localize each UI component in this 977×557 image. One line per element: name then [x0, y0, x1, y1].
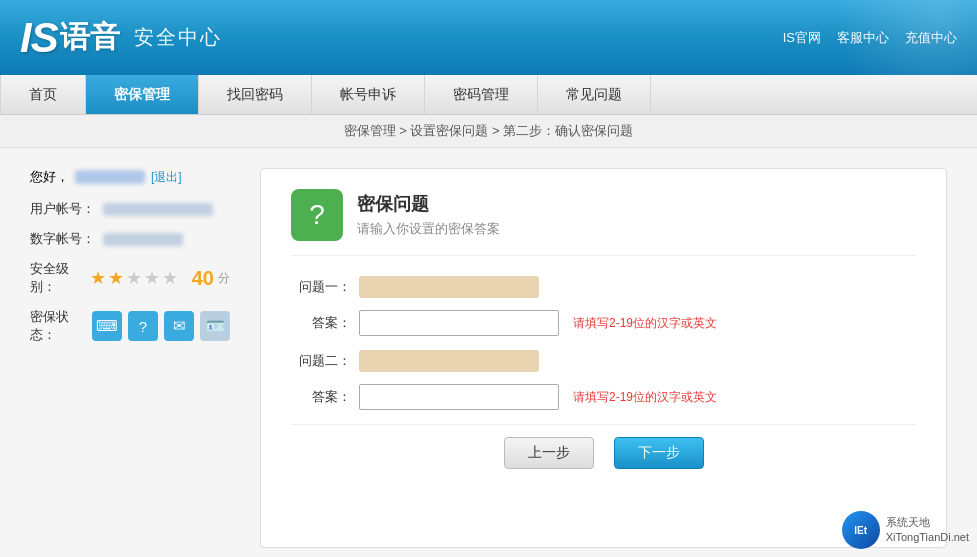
question1-label: 问题一：	[291, 278, 351, 296]
mibao-icons: ⌨ ? ✉ 🪪	[92, 311, 230, 341]
digital-account-label: 数字帐号：	[30, 230, 95, 248]
digital-account-value	[103, 233, 183, 246]
nav-home[interactable]: 首页	[0, 75, 86, 114]
watermark-text: 系统天地 XiTongTianDi.net	[886, 515, 969, 546]
nav-recharge[interactable]: 充值中心	[905, 29, 957, 47]
answer1-label: 答案：	[291, 314, 351, 332]
question1-value	[359, 276, 539, 298]
question1-section: 问题一： 答案： 请填写2-19位的汉字或英文	[291, 276, 916, 336]
logo-subtitle: 安全中心	[134, 24, 222, 51]
answer2-row: 答案： 请填写2-19位的汉字或英文	[291, 384, 916, 410]
mibao-icon-question[interactable]: ?	[128, 311, 158, 341]
nav-account-appeal[interactable]: 帐号申诉	[312, 75, 425, 114]
prev-button[interactable]: 上一步	[504, 437, 594, 469]
account-label: 用户帐号：	[30, 200, 95, 218]
answer2-hint: 请填写2-19位的汉字或英文	[573, 389, 717, 406]
logo-is: IS	[20, 14, 58, 62]
question2-row: 问题二：	[291, 350, 916, 372]
question2-label: 问题二：	[291, 352, 351, 370]
breadcrumb: 密保管理 > 设置密保问题 > 第二步：确认密保问题	[0, 115, 977, 148]
nav-mibao[interactable]: 密保管理	[86, 75, 199, 114]
nav-official-site[interactable]: IS官网	[783, 29, 821, 47]
security-level-row: 安全级别： ★ ★ ★ ★ ★ 40 分	[30, 260, 230, 296]
right-panel: ? 密保问题 请输入你设置的密保答案 问题一： 答案： 请填写2-19位的汉字或…	[260, 168, 947, 548]
nav-faq[interactable]: 常见问题	[538, 75, 651, 114]
score-unit: 分	[218, 270, 230, 287]
mibao-icon-email[interactable]: ✉	[164, 311, 194, 341]
header: IS 语音 安全中心 IS官网 客服中心 充值中心	[0, 0, 977, 75]
mibao-icon-keypad[interactable]: ⌨	[92, 311, 122, 341]
nav-customer-service[interactable]: 客服中心	[837, 29, 889, 47]
nav-password-management[interactable]: 密码管理	[425, 75, 538, 114]
logo: IS 语音 安全中心	[20, 14, 222, 62]
star-3: ★	[126, 269, 142, 287]
account-row: 用户帐号：	[30, 200, 230, 218]
content: 您好， [退出] 用户帐号： 数字帐号： 安全级别： ★ ★ ★ ★ ★ 40 …	[0, 148, 977, 557]
answer1-row: 答案： 请填写2-19位的汉字或英文	[291, 310, 916, 336]
navbar: 首页 密保管理 找回密码 帐号申诉 密码管理 常见问题	[0, 75, 977, 115]
user-name-blur	[75, 170, 145, 184]
security-level-label: 安全级别：	[30, 260, 82, 296]
panel-header: ? 密保问题 请输入你设置的密保答案	[291, 189, 916, 256]
mibao-status-row: 密保状态： ⌨ ? ✉ 🪪	[30, 308, 230, 344]
answer2-input[interactable]	[359, 384, 559, 410]
watermark-site: 系统天地	[886, 515, 969, 530]
question1-row: 问题一：	[291, 276, 916, 298]
panel-desc: 请输入你设置的密保答案	[357, 220, 500, 238]
left-panel: 您好， [退出] 用户帐号： 数字帐号： 安全级别： ★ ★ ★ ★ ★ 40 …	[30, 168, 230, 548]
panel-icon: ?	[291, 189, 343, 241]
header-nav-right: IS官网 客服中心 充值中心	[783, 29, 957, 47]
user-greeting: 您好， [退出]	[30, 168, 230, 186]
logo-voice: 语音	[60, 17, 120, 58]
panel-header-text: 密保问题 请输入你设置的密保答案	[357, 192, 500, 238]
footer-watermark: IEt 系统天地 XiTongTianDi.net	[842, 511, 969, 549]
watermark-url: XiTongTianDi.net	[886, 530, 969, 545]
digital-account-row: 数字帐号：	[30, 230, 230, 248]
star-2: ★	[108, 269, 124, 287]
greeting-text: 您好，	[30, 168, 69, 186]
star-5: ★	[162, 269, 178, 287]
answer2-label: 答案：	[291, 388, 351, 406]
next-button[interactable]: 下一步	[614, 437, 704, 469]
security-score: 40	[192, 267, 214, 290]
question2-value	[359, 350, 539, 372]
panel-title: 密保问题	[357, 192, 500, 216]
star-4: ★	[144, 269, 160, 287]
answer1-hint: 请填写2-19位的汉字或英文	[573, 315, 717, 332]
logout-link[interactable]: [退出]	[151, 169, 182, 186]
answer1-input[interactable]	[359, 310, 559, 336]
nav-find-password[interactable]: 找回密码	[199, 75, 312, 114]
stars: ★ ★ ★ ★ ★	[90, 269, 178, 287]
button-row: 上一步 下一步	[291, 424, 916, 469]
watermark-logo: IEt	[842, 511, 880, 549]
account-value	[103, 203, 213, 216]
mibao-label: 密保状态：	[30, 308, 82, 344]
star-1: ★	[90, 269, 106, 287]
question2-section: 问题二： 答案： 请填写2-19位的汉字或英文	[291, 350, 916, 410]
mibao-icon-id[interactable]: 🪪	[200, 311, 230, 341]
